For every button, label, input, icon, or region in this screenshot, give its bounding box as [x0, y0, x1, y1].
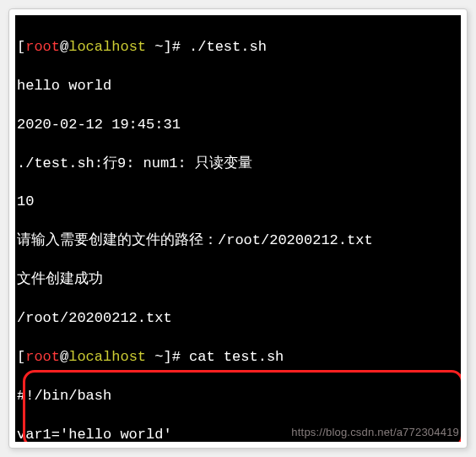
script-shebang: #!/bin/bash: [17, 387, 459, 406]
screenshot-frame: [root@localhost ~]# ./test.sh hello worl…: [8, 8, 468, 449]
command-cat-test: cat test.sh: [189, 349, 284, 365]
prompt-line-1: [root@localhost ~]# ./test.sh: [17, 38, 459, 57]
output-hello: hello world: [17, 77, 459, 96]
output-created-ok: 文件创建成功: [17, 270, 459, 290]
script-var1-assign: var1='hello world': [17, 426, 459, 442]
output-filepath: /root/20200212.txt: [17, 309, 459, 329]
output-readonly-error: ./test.sh:行9: num1: 只读变量: [17, 155, 459, 174]
terminal-window[interactable]: [root@localhost ~]# ./test.sh hello worl…: [15, 15, 461, 442]
command-run-test: ./test.sh: [189, 39, 267, 55]
output-ten: 10: [17, 193, 459, 212]
output-timestamp: 2020-02-12 19:45:31: [17, 116, 459, 135]
prompt-line-2: [root@localhost ~]# cat test.sh: [17, 348, 459, 367]
output-input-prompt: 请输入需要创建的文件的路径：/root/20200212.txt: [17, 231, 459, 251]
